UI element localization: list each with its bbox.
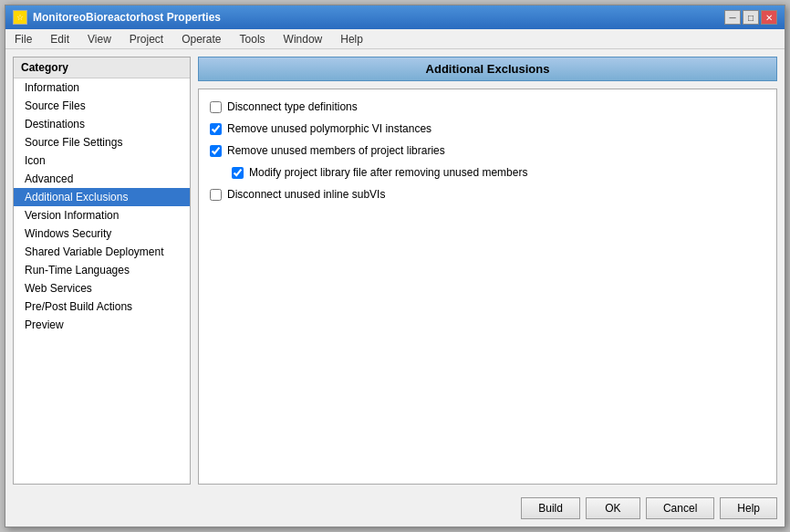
sidebar-item-icon[interactable]: Icon	[14, 151, 190, 170]
content-area: Category Information Source Files Destin…	[5, 49, 785, 492]
menu-window[interactable]: Window	[278, 31, 328, 47]
sidebar-item-source-files[interactable]: Source Files	[14, 97, 190, 115]
checkbox-modify-library[interactable]	[232, 167, 244, 179]
checkbox-row-modify-library: Modify project library file after removi…	[232, 166, 765, 179]
help-button[interactable]: Help	[720, 497, 777, 519]
menu-help[interactable]: Help	[335, 31, 369, 47]
checkbox-remove-polymorphic[interactable]	[210, 123, 222, 135]
checkbox-row-disconnect-type-defs: Disconnect type definitions	[210, 100, 765, 113]
sidebar-item-web-services[interactable]: Web Services	[14, 279, 190, 297]
sidebar: Category Information Source Files Destin…	[13, 57, 191, 485]
close-button[interactable]: ✕	[761, 10, 777, 25]
main-window: ☆ MonitoreoBioreactorhost Properties ─ □…	[5, 5, 785, 527]
ok-button[interactable]: OK	[586, 497, 640, 519]
checkbox-remove-unused-members[interactable]	[210, 145, 222, 157]
build-button[interactable]: Build	[521, 497, 580, 519]
panel-content: Disconnect type definitions Remove unuse…	[198, 89, 777, 485]
sidebar-item-preview[interactable]: Preview	[14, 316, 190, 334]
label-remove-polymorphic[interactable]: Remove unused polymorphic VI instances	[227, 122, 431, 135]
bottom-buttons: Build OK Cancel Help	[5, 492, 785, 527]
sidebar-item-additional-exclusions[interactable]: Additional Exclusions	[14, 188, 190, 206]
panel-header: Additional Exclusions	[198, 57, 777, 81]
main-panel: Additional Exclusions Disconnect type de…	[198, 57, 777, 485]
menu-tools[interactable]: Tools	[234, 31, 271, 47]
menu-file[interactable]: File	[9, 31, 37, 47]
checkbox-row-remove-unused-members: Remove unused members of project librari…	[210, 144, 765, 157]
menu-edit[interactable]: Edit	[45, 31, 75, 47]
window-icon: ☆	[13, 10, 27, 25]
label-disconnect-type-defs[interactable]: Disconnect type definitions	[227, 100, 358, 113]
sidebar-item-information[interactable]: Information	[14, 78, 190, 97]
menu-view[interactable]: View	[82, 31, 117, 47]
checkbox-disconnect-inline[interactable]	[210, 189, 222, 201]
checkbox-row-disconnect-inline: Disconnect unused inline subVIs	[210, 188, 765, 201]
sidebar-item-pre-post-build-actions[interactable]: Pre/Post Build Actions	[14, 297, 190, 316]
window-title: MonitoreoBioreactorhost Properties	[33, 11, 221, 24]
label-remove-unused-members[interactable]: Remove unused members of project librari…	[227, 144, 445, 157]
checkbox-disconnect-type-defs[interactable]	[210, 101, 222, 113]
sidebar-item-source-file-settings[interactable]: Source File Settings	[14, 133, 190, 151]
cancel-button[interactable]: Cancel	[646, 497, 714, 519]
sidebar-header: Category	[14, 57, 190, 78]
title-bar: ☆ MonitoreoBioreactorhost Properties ─ □…	[5, 5, 785, 29]
sidebar-item-shared-variable-deployment[interactable]: Shared Variable Deployment	[14, 243, 190, 261]
title-bar-left: ☆ MonitoreoBioreactorhost Properties	[13, 10, 221, 25]
sidebar-item-windows-security[interactable]: Windows Security	[14, 224, 190, 243]
checkbox-row-remove-polymorphic: Remove unused polymorphic VI instances	[210, 122, 765, 135]
sidebar-item-run-time-languages[interactable]: Run-Time Languages	[14, 261, 190, 279]
maximize-button[interactable]: □	[743, 10, 759, 25]
sidebar-item-advanced[interactable]: Advanced	[14, 170, 190, 188]
sidebar-item-destinations[interactable]: Destinations	[14, 115, 190, 133]
title-buttons: ─ □ ✕	[724, 10, 777, 25]
menu-project[interactable]: Project	[124, 31, 169, 47]
menu-operate[interactable]: Operate	[176, 31, 226, 47]
label-modify-library[interactable]: Modify project library file after removi…	[249, 166, 527, 179]
label-disconnect-inline[interactable]: Disconnect unused inline subVIs	[227, 188, 385, 201]
sidebar-item-version-information[interactable]: Version Information	[14, 206, 190, 224]
menu-bar: File Edit View Project Operate Tools Win…	[5, 29, 785, 49]
minimize-button[interactable]: ─	[724, 10, 741, 25]
